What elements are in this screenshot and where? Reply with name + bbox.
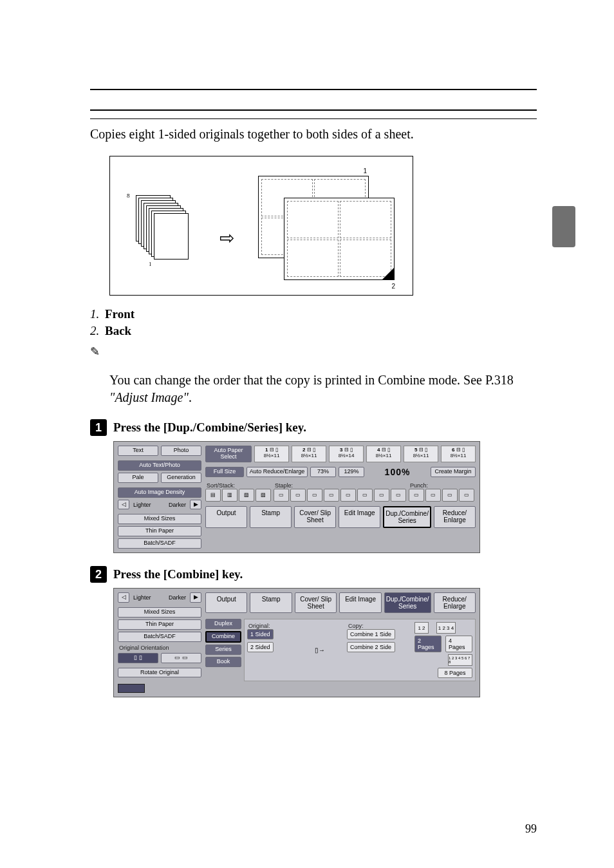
- ss2-tb-stamp[interactable]: Stamp: [250, 592, 292, 613]
- note-icon: ✎: [90, 344, 537, 359]
- ss2-pages-2[interactable]: 2 Pages: [414, 636, 442, 652]
- ss1-sort-4[interactable]: ▨: [256, 489, 271, 502]
- ss1-tb-reduce-enlarge[interactable]: Reduce/ Enlarge: [434, 506, 476, 528]
- ss1-staple-8[interactable]: ▭: [391, 489, 406, 502]
- diagram-callout-front: 1: [363, 167, 367, 175]
- page-number: 99: [525, 822, 537, 836]
- ss1-staple-label: Staple:: [275, 482, 405, 489]
- ss2-darker-arrow[interactable]: ▶: [190, 592, 201, 603]
- step-badge-1: 1: [90, 419, 107, 436]
- ss2-orig-1sided[interactable]: 1 Sided: [247, 629, 274, 639]
- ss2-copy-combine1[interactable]: Combine 1 Side: [347, 629, 395, 639]
- ss2-tb-cover[interactable]: Cover/ Slip Sheet: [295, 592, 337, 613]
- ss1-pct-73[interactable]: 73%: [310, 467, 336, 477]
- ss2-tab-series[interactable]: Series: [205, 645, 241, 655]
- ss2-mixed-sizes[interactable]: Mixed Sizes: [118, 607, 201, 618]
- legend-item-front: 1. Front: [90, 307, 537, 321]
- ss1-staple-1[interactable]: ▭: [274, 489, 289, 502]
- ss1-generation[interactable]: Generation: [161, 473, 201, 483]
- ss1-auto-reduce-enlarge[interactable]: Auto Reduce/Enlarge: [247, 467, 308, 477]
- ss2-tb-output[interactable]: Output: [205, 592, 247, 613]
- ss2-tab-duplex[interactable]: Duplex: [205, 619, 241, 629]
- ss1-staple-4[interactable]: ▭: [324, 489, 339, 502]
- ss1-tb-output[interactable]: Output: [205, 506, 247, 528]
- ss1-staple-2[interactable]: ▭: [290, 489, 306, 502]
- ss2-bottom-tab[interactable]: [118, 684, 145, 693]
- ss1-pct-100: 100%: [367, 467, 428, 477]
- ss1-punch-3[interactable]: ▭: [442, 489, 458, 502]
- ss2-lighter-arrow[interactable]: ◁: [118, 592, 129, 603]
- ss1-tb-cover[interactable]: Cover/ Slip Sheet: [294, 506, 336, 528]
- legend-item-back: 2. Back: [90, 324, 537, 338]
- ss1-tray-4[interactable]: 4 ⊟ ▯8½×11: [366, 446, 401, 462]
- intro-text: Copies eight 1-sided originals together …: [90, 126, 537, 143]
- ss1-tab-photo[interactable]: Photo: [161, 446, 201, 456]
- ss2-mini-1234: 1 2 3 4: [436, 622, 456, 634]
- combine-diagram: 8 1 ⇨ 1 2: [109, 156, 413, 296]
- ss1-punch-1[interactable]: ▭: [409, 489, 424, 502]
- step-1: 1 Press the [Dup./Combine/Series] key.: [90, 419, 537, 436]
- ss1-tab-text[interactable]: Text: [118, 446, 158, 456]
- step-2: 2 Press the [Combine] key.: [90, 566, 537, 583]
- ss1-sort-3[interactable]: ▧: [239, 489, 254, 502]
- ss1-sort-1[interactable]: ▤: [205, 489, 221, 502]
- ss1-staple-7[interactable]: ▭: [374, 489, 389, 502]
- ss2-orient-label: Original Orientation: [119, 645, 200, 651]
- ss1-tray-1[interactable]: 1 ⊟ ▯8½×11: [254, 446, 289, 462]
- ss2-thin-paper[interactable]: Thin Paper: [118, 619, 201, 630]
- ss1-auto-density[interactable]: Auto Image Density: [118, 487, 201, 498]
- ss2-pages-4[interactable]: 4 Pages: [445, 636, 472, 652]
- ss2-tb-reduce-enlarge[interactable]: Reduce/ Enlarge: [434, 592, 476, 613]
- ss2-copy-combine2[interactable]: Combine 2 Side: [347, 642, 395, 652]
- ss2-tab-combine[interactable]: Combine: [205, 631, 241, 643]
- legend-list: 1. Front 2. Back: [90, 307, 537, 338]
- ss2-orient-2[interactable]: ▭ ▭: [161, 653, 201, 663]
- ss2-rotate-original[interactable]: Rotate Original: [118, 668, 201, 678]
- heading-rule-top: [90, 89, 537, 90]
- ss1-punch-2[interactable]: ▭: [425, 489, 441, 502]
- ss1-create-margin[interactable]: Create Margin: [431, 467, 476, 477]
- ss1-staple-3[interactable]: ▭: [307, 489, 322, 502]
- ss1-pale[interactable]: Pale: [118, 473, 158, 483]
- ss2-batch-sadf[interactable]: Batch/SADF: [118, 632, 201, 642]
- ss2-arrow-icon: ▯→: [315, 646, 328, 654]
- ss1-lighter-arrow[interactable]: ◁: [118, 500, 129, 510]
- ss2-tb-dup-combine-series[interactable]: Dup./Combine/ Series: [384, 592, 431, 613]
- ss1-pct-129[interactable]: 129%: [339, 467, 364, 477]
- ss1-auto-paper-select[interactable]: Auto Paper Select: [205, 446, 252, 462]
- ss1-punch-label: Punch:: [410, 482, 473, 489]
- ss1-tray-2[interactable]: 2 ⊟ ▯8½×11: [292, 446, 326, 462]
- ss1-sort-label: Sort/Stack:: [207, 482, 270, 489]
- note-text: You can change the order that the copy i…: [109, 372, 537, 406]
- ss1-staple-6[interactable]: ▭: [357, 489, 373, 502]
- ss1-tb-dup-combine-series[interactable]: Dup./Combine/ Series: [383, 506, 431, 528]
- ss1-tray-3[interactable]: 3 ⊟ ▯8½×14: [329, 446, 364, 462]
- diagram-callout-back: 2: [391, 283, 395, 290]
- ss2-tab-book[interactable]: Book: [205, 657, 241, 667]
- ss1-full-size[interactable]: Full Size: [205, 467, 244, 477]
- ss2-copy-label: Copy:: [348, 623, 394, 629]
- heading-rule-mid: [90, 109, 537, 111]
- ss1-thin-paper[interactable]: Thin Paper: [118, 526, 201, 536]
- step-badge-2: 2: [90, 566, 107, 583]
- ss1-tray-6[interactable]: 6 ⊟ ▯8½×11: [441, 446, 476, 462]
- ss2-mini-8: 1 2 3 4 5 6 7 8: [448, 654, 472, 666]
- ss1-punch-4[interactable]: ▭: [459, 489, 474, 502]
- ss1-auto-textphoto[interactable]: Auto Text/Photo: [118, 460, 201, 471]
- ss1-batch-sadf[interactable]: Batch/SADF: [118, 538, 201, 549]
- ss1-tb-edit[interactable]: Edit Image: [339, 506, 380, 528]
- ss1-tb-stamp[interactable]: Stamp: [250, 506, 292, 528]
- ss2-orient-1[interactable]: ▯ ▯: [118, 653, 158, 663]
- ss1-staple-5[interactable]: ▭: [340, 489, 356, 502]
- ss1-darker-arrow[interactable]: ▶: [190, 500, 201, 510]
- screenshot-2: ◁ Lighter Darker ▶ Mixed Sizes Thin Pape…: [113, 588, 480, 697]
- ss1-mixed-sizes[interactable]: Mixed Sizes: [118, 514, 201, 524]
- ss1-tray-5[interactable]: 5 ⊟ ▯8½×11: [404, 446, 438, 462]
- stack-label-top: 8: [127, 193, 130, 199]
- ss2-orig-2sided[interactable]: 2 Sided: [247, 642, 274, 652]
- ss2-darker-label: Darker: [161, 594, 187, 601]
- arrow-icon: ⇨: [219, 227, 234, 249]
- ss2-pages-8[interactable]: 8 Pages: [438, 668, 472, 678]
- ss2-tb-edit[interactable]: Edit Image: [339, 592, 381, 613]
- ss1-sort-2[interactable]: ▥: [222, 489, 237, 502]
